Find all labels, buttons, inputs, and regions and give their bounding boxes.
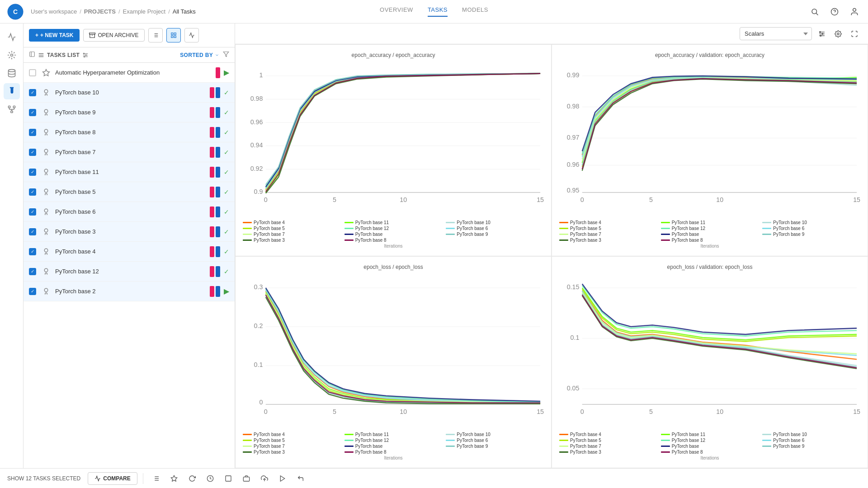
svg-point-39 xyxy=(84,56,85,57)
legend-item: PyTorch base 11 xyxy=(661,220,759,225)
nav-orchestration[interactable] xyxy=(4,47,20,63)
new-task-button[interactable]: + + NEW TASK xyxy=(29,29,80,42)
svg-point-49 xyxy=(44,249,48,252)
task-type-icon xyxy=(41,167,52,178)
task-name: PyTorch base 11 xyxy=(55,169,210,175)
task-checkbox[interactable]: ✓ xyxy=(29,228,36,235)
tab-tasks[interactable]: TASKS xyxy=(428,6,448,17)
task-item[interactable]: ✓ PyTorch base 11 ✓ xyxy=(24,162,235,182)
task-checkbox[interactable]: ✓ xyxy=(29,188,36,196)
task-item[interactable]: ✓ PyTorch base 8 ✓ xyxy=(24,122,235,142)
svg-text:1: 1 xyxy=(259,71,263,79)
tab-models[interactable]: MODELS xyxy=(462,6,488,17)
task-list-header: TASKS LIST SORTED BY xyxy=(24,47,235,63)
action-play-icon[interactable] xyxy=(275,471,290,486)
task-item[interactable]: ✓ PyTorch base 7 ✓ xyxy=(24,142,235,162)
task-checkbox[interactable]: ✓ xyxy=(29,208,36,216)
task-checkbox[interactable]: ✓ xyxy=(29,248,36,255)
task-item[interactable]: ✓ PyTorch base 4 ✓ xyxy=(24,242,235,262)
action-snapshot-icon[interactable] xyxy=(239,471,254,486)
action-refresh-icon[interactable] xyxy=(185,471,199,486)
projects-link[interactable]: PROJECTS xyxy=(84,8,116,15)
task-checkbox[interactable]: ✓ xyxy=(29,149,36,156)
nav-datasets[interactable] xyxy=(4,65,20,81)
legend-item: PyTorch base 7 xyxy=(559,232,657,237)
column-settings-icon[interactable] xyxy=(82,52,89,58)
fullscreen-icon[interactable] xyxy=(848,28,861,40)
list-view-button[interactable] xyxy=(148,28,163,42)
legend-item: PyTorch base 8 xyxy=(661,238,759,243)
task-status-icon: ✓ xyxy=(224,228,229,235)
svg-rect-28 xyxy=(174,36,176,38)
action-move-icon[interactable] xyxy=(293,471,308,486)
chart4-title: epoch_loss / validation: epoch_loss xyxy=(559,264,860,270)
legend-item: PyTorch base 9 xyxy=(446,232,544,237)
compare-button[interactable]: COMPARE xyxy=(88,472,137,485)
sort-button[interactable]: SORTED BY xyxy=(180,52,219,58)
open-archive-button[interactable]: OPEN ARCHIVE xyxy=(83,29,144,42)
project-link[interactable]: Example Project xyxy=(123,8,166,15)
settings-columns-icon[interactable] xyxy=(816,28,828,40)
task-item[interactable]: ✓ PyTorch base 2 ▶ xyxy=(24,282,235,301)
task-checkbox[interactable] xyxy=(29,69,36,76)
legend-item: PyTorch base 6 xyxy=(762,226,860,231)
svg-text:0.97: 0.97 xyxy=(567,133,580,141)
svg-rect-9 xyxy=(9,87,13,89)
action-history-icon[interactable] xyxy=(203,471,217,486)
task-name: PyTorch base 12 xyxy=(55,268,210,275)
chart-epoch-accuracy: epoch_accuracy / epoch_accuracy 1 0.98 0… xyxy=(235,44,552,256)
action-stop-icon[interactable] xyxy=(221,471,236,486)
task-checkbox[interactable]: ✓ xyxy=(29,129,36,136)
task-item[interactable]: ✓ PyTorch base 6 ✓ xyxy=(24,202,235,222)
task-list: Automatic Hyperparameter Optimization ▶ … xyxy=(24,63,235,468)
nav-experiments[interactable] xyxy=(4,83,20,99)
task-checkbox[interactable]: ✓ xyxy=(29,288,36,295)
tab-overview[interactable]: OVERVIEW xyxy=(380,6,413,17)
action-list-icon[interactable] xyxy=(149,471,163,486)
legend-item: PyTorch base 7 xyxy=(243,444,341,449)
task-status-icon: ✓ xyxy=(224,188,229,196)
user-avatar[interactable] xyxy=(848,5,861,18)
grid-view-button[interactable] xyxy=(166,28,181,42)
task-checkbox[interactable]: ✓ xyxy=(29,89,36,96)
chart-view-button[interactable] xyxy=(184,28,199,42)
search-button[interactable] xyxy=(808,5,821,18)
legend-item: PyTorch base 4 xyxy=(243,220,341,225)
workspace-link[interactable]: User's workspace xyxy=(31,8,77,15)
new-task-label: + NEW TASK xyxy=(40,32,73,38)
plus-icon: + xyxy=(35,32,38,38)
task-checkbox[interactable]: ✓ xyxy=(29,109,36,116)
nav-pipelines[interactable] xyxy=(4,101,20,117)
task-type-icon xyxy=(41,147,52,158)
task-item[interactable]: ✓ PyTorch base 10 ✓ xyxy=(24,83,235,103)
task-type-icon xyxy=(41,266,52,277)
svg-point-7 xyxy=(10,54,13,56)
task-colors xyxy=(210,286,220,297)
nav-dashboard[interactable] xyxy=(4,29,20,45)
task-checkbox[interactable]: ✓ xyxy=(29,268,36,275)
sep1: / xyxy=(80,8,81,15)
task-item[interactable]: Automatic Hyperparameter Optimization ▶ xyxy=(24,63,235,83)
legend-item: PyTorch base 12 xyxy=(661,226,759,231)
settings-gear-icon[interactable] xyxy=(832,28,844,40)
scalars-select[interactable]: Scalars Plots Debug Samples xyxy=(740,27,812,40)
task-type-icon xyxy=(41,107,52,118)
action-tag-icon[interactable] xyxy=(167,471,181,486)
svg-text:10: 10 xyxy=(400,196,407,203)
task-status-icon: ✓ xyxy=(224,208,229,216)
legend-item: PyTorch base 8 xyxy=(344,450,443,455)
task-item[interactable]: ✓ PyTorch base 5 ✓ xyxy=(24,182,235,202)
task-checkbox[interactable]: ✓ xyxy=(29,169,36,176)
legend-item: PyTorch base 10 xyxy=(446,432,544,437)
help-button[interactable] xyxy=(828,5,841,18)
task-item[interactable]: ✓ PyTorch base 12 ✓ xyxy=(24,262,235,282)
svg-text:10: 10 xyxy=(400,408,407,415)
action-upload-icon[interactable] xyxy=(257,471,272,486)
legend-item: PyTorch base 3 xyxy=(559,450,657,455)
legend-item: PyTorch base xyxy=(344,232,443,237)
app-logo[interactable]: C xyxy=(7,4,24,20)
task-item[interactable]: ✓ PyTorch base 3 ✓ xyxy=(24,222,235,242)
collapse-button[interactable] xyxy=(29,51,35,59)
filter-icon[interactable] xyxy=(223,51,229,59)
task-item[interactable]: ✓ PyTorch base 9 ✓ xyxy=(24,103,235,122)
